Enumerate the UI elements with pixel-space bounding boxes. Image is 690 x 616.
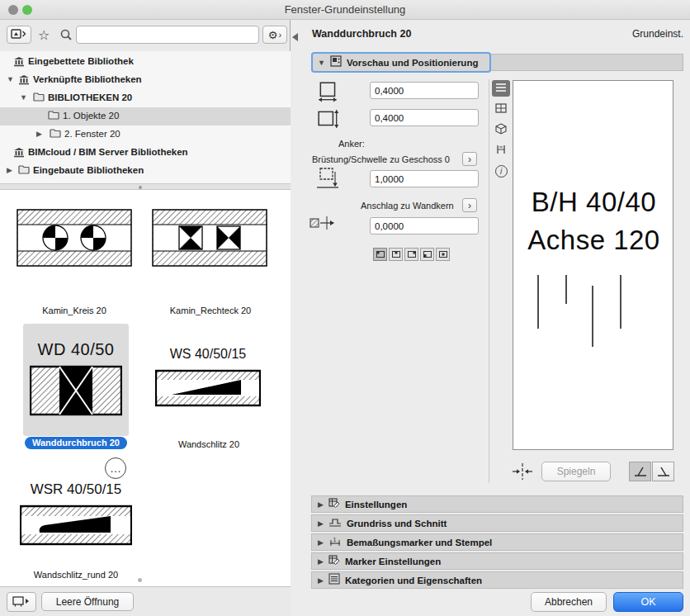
thumbnail-text: WD 40/50 xyxy=(23,340,129,359)
panel-splitter[interactable] xyxy=(0,183,291,190)
library-tree: Eingebettete Bibliothek ▼ Verknüpfte Bib… xyxy=(0,51,291,183)
collapse-panel-icon[interactable] xyxy=(292,33,298,41)
disclosure-open-icon[interactable]: ▼ xyxy=(7,75,14,83)
anchor-point-button-5[interactable] xyxy=(436,248,450,261)
library-view-button[interactable] xyxy=(7,26,31,44)
tree-item-eingebaute-bibliotheken[interactable]: ▶ Eingebaute Bibliotheken xyxy=(0,162,291,180)
settings-dialog: Fenster-Grundeinstellung ☆ ⚙ › Eingebett… xyxy=(0,0,690,616)
anchor-point-button-2[interactable] xyxy=(389,248,403,261)
section-label: Grundriss und Schnitt xyxy=(347,519,447,528)
3d-view-button[interactable] xyxy=(492,121,510,138)
library-item-label: Kamin_Rechteck 20 xyxy=(144,306,276,315)
section-label: Einstellungen xyxy=(345,500,407,509)
insert-mode-button[interactable] xyxy=(7,592,36,612)
reveal-input[interactable] xyxy=(370,217,479,235)
library-browser-panel: ☆ ⚙ › Eingebettete Bibliothek ▼ Verknüpf… xyxy=(0,20,291,616)
tree-item-bimcloud[interactable]: BIMcloud / BIM Server Bibliotheken xyxy=(0,144,291,162)
disclosure-open-icon[interactable]: ▼ xyxy=(20,93,27,102)
disclosure-closed-icon[interactable]: ▶ xyxy=(7,166,12,174)
tree-item-eingebettete-bibliothek[interactable]: Eingebettete Bibliothek xyxy=(0,53,291,71)
section-label: Kategorien und Eigenschaften xyxy=(345,576,482,585)
library-building-icon xyxy=(18,74,30,85)
plan-section-icon xyxy=(328,516,342,530)
tree-item-label: BIBLIOTHEKEN 20 xyxy=(48,92,132,102)
height-dimension-icon xyxy=(317,108,340,132)
wandschlitz-rund-thumbnail xyxy=(20,504,132,549)
categories-list-icon xyxy=(328,573,340,587)
info-icon: i xyxy=(495,165,508,178)
ok-button[interactable]: OK xyxy=(613,592,683,612)
kamin-kreis-thumbnail xyxy=(17,205,132,273)
cancel-button[interactable]: Abbrechen xyxy=(531,592,607,612)
tree-item-objekte-20[interactable]: 1. Objekte 20 xyxy=(0,107,291,126)
disclosure-closed-icon: ▶ xyxy=(318,500,324,509)
preview-symbol-lines xyxy=(513,81,674,451)
dimension-marker-icon: 1 xyxy=(328,535,342,549)
section-marker-einstellungen[interactable]: ▶ Marker Einstellungen xyxy=(311,552,683,570)
disclosure-closed-icon: ▶ xyxy=(318,519,324,528)
folder-icon xyxy=(48,111,59,121)
preview-divider xyxy=(489,79,489,483)
sill-height-label: Brüstung/Schwelle zu Geschoss 0 xyxy=(312,154,450,164)
library-item-label: Kamin_Kreis 20 xyxy=(8,306,140,315)
folder-icon xyxy=(18,165,30,176)
plan-view-icon xyxy=(494,102,508,116)
height-input[interactable] xyxy=(370,109,479,126)
more-options-button[interactable]: … xyxy=(105,457,126,479)
sill-options-button[interactable]: › xyxy=(462,152,477,166)
orientation-normal-icon xyxy=(632,465,649,478)
sill-height-input[interactable] xyxy=(370,170,479,187)
library-item-label: Wandschlitz_rund 20 xyxy=(9,570,143,580)
thumbnail-text: WS 40/50/15 xyxy=(150,347,266,362)
title-bar[interactable]: Fenster-Grundeinstellung xyxy=(0,0,690,20)
anchor-point-button-4[interactable] xyxy=(420,248,434,261)
plan-view-button[interactable] xyxy=(492,101,510,117)
info-view-button[interactable]: i xyxy=(492,163,510,179)
anchor-point-button-3[interactable] xyxy=(404,248,418,261)
tree-item-verknuepfte-bibliotheken[interactable]: ▼ Verknüpfte Bibliotheken xyxy=(0,71,291,89)
tree-item-label: Verknüpfte Bibliotheken xyxy=(33,74,142,84)
thumbnail-text: WSR 40/50/15 xyxy=(12,481,140,498)
settings-menu-button[interactable]: ⚙ › xyxy=(262,26,287,44)
section-kategorien[interactable]: ▶ Kategorien und Eigenschaften xyxy=(311,571,683,589)
tree-item-label: 1. Objekte 20 xyxy=(63,111,119,121)
section-view-button[interactable] xyxy=(492,142,510,159)
object-preview[interactable]: B/H 40/40 Achse 120 xyxy=(513,80,673,450)
library-item-label-selected: Wanddurchbruch 20 xyxy=(13,437,139,449)
chevron-right-icon: › xyxy=(278,30,281,40)
window-title: Fenster-Grundeinstellung xyxy=(0,3,690,16)
section-grundriss-und-schnitt[interactable]: ▶ Grundriss und Schnitt xyxy=(311,514,683,532)
section-preview-positioning[interactable]: ▼ Vorschau und Positionierung xyxy=(311,52,491,73)
object-name-title: Wanddurchbruch 20 xyxy=(312,28,411,40)
favorites-star-icon[interactable]: ☆ xyxy=(38,27,50,43)
empty-opening-button[interactable]: Leere Öffnung xyxy=(41,592,134,611)
section-label: Bemaßungsmarker und Stempel xyxy=(347,538,492,547)
section-label: Marker Einstellungen xyxy=(345,557,441,566)
reveal-icon xyxy=(309,214,337,235)
anchor-label: Anker: xyxy=(338,139,365,149)
tree-item-bibliotheken-20[interactable]: ▼ BIBLIOTHEKEN 20 xyxy=(0,89,291,107)
disclosure-open-icon: ▼ xyxy=(318,59,325,67)
section-label: Vorschau und Positionierung xyxy=(347,58,479,68)
tree-item-label: Eingebaute Bibliotheken xyxy=(33,165,144,175)
section-einstellungen[interactable]: ▶ Einstellungen xyxy=(311,495,683,513)
reveal-options-button[interactable]: › xyxy=(462,198,477,212)
section-bemassungsmarker[interactable]: ▶ 1 Bemaßungsmarker und Stempel xyxy=(311,533,683,551)
width-dimension-icon xyxy=(317,81,340,105)
orientation-normal-button[interactable] xyxy=(629,462,651,481)
chevron-right-icon: › xyxy=(468,201,471,211)
tree-item-fenster-20[interactable]: ▶ 2. Fenster 20 xyxy=(0,126,291,144)
disclosure-closed-icon[interactable]: ▶ xyxy=(36,130,42,138)
section-view-icon xyxy=(494,144,508,158)
search-icon[interactable] xyxy=(59,28,73,44)
ellipsis-icon: … xyxy=(110,462,121,475)
anchor-point-button-1[interactable] xyxy=(373,248,387,261)
folder-icon xyxy=(50,129,61,140)
orientation-mirrored-button[interactable] xyxy=(652,462,674,481)
folder-icon xyxy=(33,92,45,103)
width-input[interactable] xyxy=(370,82,479,99)
preview-section-icon xyxy=(330,55,342,69)
search-input[interactable] xyxy=(76,26,259,44)
mirror-button[interactable]: Spiegeln xyxy=(541,462,611,481)
elevation-view-button[interactable] xyxy=(492,80,510,97)
